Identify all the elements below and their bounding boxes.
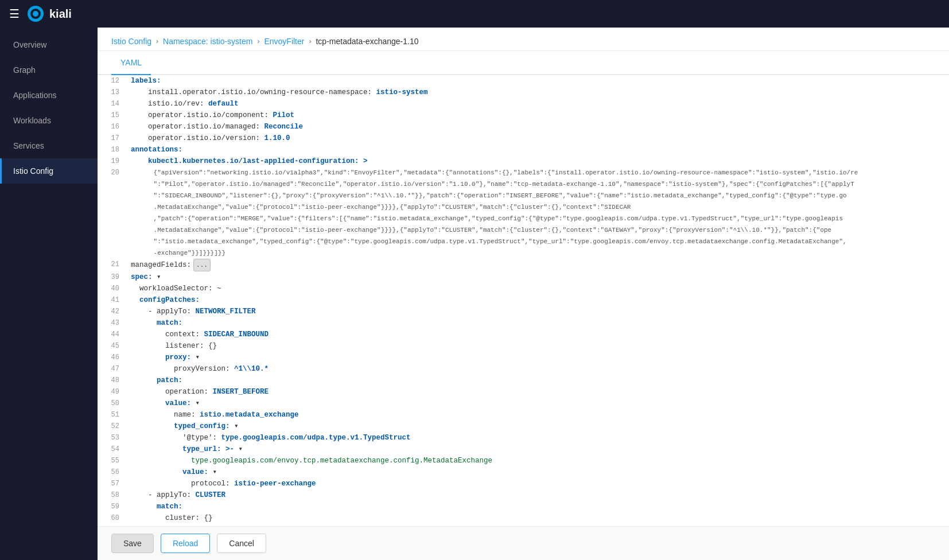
yaml-line: 54 type_url: >- ▾ [98,444,949,455]
sidebar-item-istio-config[interactable]: Istio Config [0,158,98,184]
line-number: 20 [98,167,126,178]
line-number: 54 [98,444,126,455]
yaml-line: 50 value: ▾ [98,398,949,409]
line-content: -exchange"}}]}}}]}} [126,247,230,259]
yaml-line: 12labels: [98,75,949,87]
hamburger-icon[interactable]: ☰ [9,7,20,21]
line-content: ,"patch":{"operation":"MERGE","value":{"… [126,213,847,224]
reload-button[interactable]: Reload [161,534,210,553]
topbar: ☰ kiali [0,0,949,28]
line-content: configPatches: [126,294,204,306]
line-number: 47 [98,363,126,375]
breadcrumb-envoyfilter[interactable]: EnvoyFilter [264,37,304,46]
line-number: 44 [98,329,126,340]
line-number: 46 [98,352,126,363]
yaml-line: 44 context: SIDECAR_INBOUND [98,329,949,340]
line-number: 19 [98,155,126,167]
content-area: Istio Config › Namespace: istio-system ›… [98,28,949,560]
line-number: 53 [98,432,126,444]
sidebar-item-workloads[interactable]: Workloads [0,108,98,133]
line-content: type.googleapis.com/envoy.tcp.metadataex… [126,455,497,466]
line-number [98,247,126,259]
tab-yaml[interactable]: YAML [111,51,151,75]
line-content: spec: ▾ [126,271,166,283]
line-number: 41 [98,294,126,306]
svg-point-2 [33,11,38,17]
main-layout: Overview Graph Applications Workloads Se… [0,28,949,560]
line-content: '@type': type.googleapis.com/udpa.type.v… [126,432,415,444]
yaml-line: .MetadataExchange","value":{"protocol":"… [98,224,949,236]
yaml-line: 52 typed_config: ▾ [98,421,949,432]
line-number [98,190,126,201]
breadcrumb: Istio Config › Namespace: istio-system ›… [98,28,949,51]
yaml-line: ":"SIDECAR_INBOUND","listener":{},"proxy… [98,190,949,201]
breadcrumb-istio-config[interactable]: Istio Config [111,37,151,46]
cancel-button[interactable]: Cancel [217,534,266,553]
collapsed-badge[interactable]: ... [193,259,211,271]
line-content: context: SIDECAR_INBOUND [126,329,273,340]
logo: kiali [26,5,72,23]
line-number: 42 [98,306,126,317]
sidebar-item-services[interactable]: Services [0,133,98,158]
yaml-line: 17 operator.istio.io/version: 1.10.0 [98,133,949,144]
save-button[interactable]: Save [111,534,154,553]
sidebar-item-overview[interactable]: Overview [0,32,98,57]
line-number: 60 [98,512,126,524]
yaml-line: 60 cluster: {} [98,512,949,524]
yaml-line: 40 workloadSelector: ~ [98,283,949,294]
line-content: install.operator.istio.io/owning-resourc… [126,87,433,98]
yaml-line: ,"patch":{"operation":"MERGE","value":{"… [98,213,949,224]
line-number: 12 [98,75,126,87]
line-content: managedFields:... [126,259,215,271]
yaml-line: 59 match: [98,501,949,512]
line-number: 16 [98,121,126,133]
line-content: match: [126,317,187,329]
yaml-line: 41 configPatches: [98,294,949,306]
line-content: {"apiVersion":"networking.istio.io/v1alp… [126,167,862,178]
line-content: value: ▾ [126,466,221,478]
sidebar-item-graph[interactable]: Graph [0,57,98,83]
yaml-editor[interactable]: 12labels:13 install.operator.istio.io/ow… [98,75,949,526]
yaml-line: 45 listener: {} [98,340,949,352]
yaml-line: 58 - applyTo: CLUSTER [98,489,949,501]
breadcrumb-current: tcp-metadata-exchange-1.10 [316,37,418,46]
yaml-line: 48 patch: [98,375,949,386]
yaml-line: 49 operation: INSERT_BEFORE [98,386,949,398]
line-content: operator.istio.io/managed: Reconcile [126,121,308,133]
yaml-line: 18annotations: [98,144,949,155]
line-number: 40 [98,283,126,294]
line-content: typed_config: ▾ [126,421,243,432]
line-content: .MetadataExchange","value":{"protocol":"… [126,201,635,213]
line-content: operator.istio.io/version: 1.10.0 [126,133,295,144]
line-content: value: ▾ [126,398,204,409]
sidebar: Overview Graph Applications Workloads Se… [0,28,98,560]
yaml-line: 15 operator.istio.io/component: Pilot [98,110,949,121]
yaml-line: 47 proxyVersion: ^1\\10.* [98,363,949,375]
yaml-line: 14 istio.io/rev: default [98,98,949,110]
line-number: 56 [98,466,126,478]
line-content: proxy: ▾ [126,352,204,363]
yaml-line: 16 operator.istio.io/managed: Reconcile [98,121,949,133]
line-number [98,213,126,224]
tabs: YAML [98,51,949,75]
line-number: 21 [98,259,126,271]
yaml-line: 55 type.googleapis.com/envoy.tcp.metadat… [98,455,949,466]
line-number [98,224,126,236]
yaml-line: 43 match: [98,317,949,329]
line-content: listener: {} [126,340,221,352]
line-number: 51 [98,409,126,421]
sidebar-item-applications[interactable]: Applications [0,83,98,108]
yaml-line: 21managedFields:... [98,259,949,271]
line-content: - applyTo: CLUSTER [126,489,230,501]
line-number: 48 [98,375,126,386]
line-number: 18 [98,144,126,155]
breadcrumb-sep-3: › [309,37,311,45]
line-content: labels: [126,75,166,87]
line-content: protocol: istio-peer-exchange [126,478,321,489]
line-number: 15 [98,110,126,121]
breadcrumb-namespace[interactable]: Namespace: istio-system [163,37,252,46]
yaml-line: 39spec: ▾ [98,271,949,283]
line-content: type_url: >- ▾ [126,444,247,455]
kiali-logo-icon [26,5,45,23]
yaml-line: 19 kubectl.kubernetes.io/last-applied-co… [98,155,949,167]
